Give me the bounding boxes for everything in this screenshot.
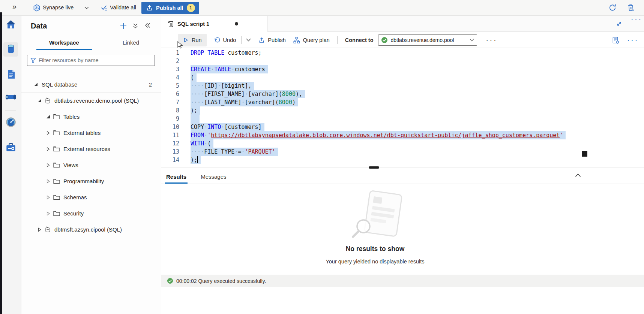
nav-home-icon[interactable] — [5, 18, 17, 30]
code-line[interactable]: 2 — [161, 57, 644, 65]
code-line[interactable]: 14); — [161, 156, 644, 164]
nav-monitor-icon[interactable] — [5, 116, 17, 128]
nav-develop-icon[interactable] — [5, 68, 17, 80]
environment-chevron-down-icon[interactable] — [84, 6, 89, 9]
folder-icon — [53, 162, 60, 168]
expanded-triangle-icon[interactable] — [45, 115, 51, 119]
collapsed-triangle-icon[interactable] — [45, 211, 51, 216]
resource-tree: SQL database 2 dbtlabs.revenue.demo.pool… — [21, 76, 161, 238]
panel-title: Data — [31, 22, 47, 30]
add-resource-icon[interactable] — [120, 22, 127, 30]
properties-icon[interactable] — [612, 36, 620, 44]
folder-icon — [53, 178, 60, 184]
empty-results-subtitle: Your query yielded no displayable result… — [161, 259, 589, 265]
folder-icon — [53, 211, 60, 216]
expanded-triangle-icon[interactable] — [33, 82, 38, 87]
tabstrip-background — [267, 16, 644, 32]
unsaved-changes-dot — [235, 22, 238, 25]
code-line[interactable]: 13····FILE_TYPE·=·'PARQUET' — [161, 148, 644, 156]
code-line[interactable]: 3CREATE·TABLE·customers — [161, 65, 644, 73]
tab-workspace[interactable]: Workspace — [36, 37, 92, 50]
rail-divider — [5, 111, 16, 111]
toolbar-more-icon[interactable]: ··· — [486, 38, 498, 42]
query-status-bar: 00:00:02 Query executed successfully. — [161, 275, 644, 287]
tree-item-programmability[interactable]: Programmability — [21, 173, 161, 189]
results-header: Results Messages — [161, 168, 644, 184]
publish-all-label: Publish all — [156, 5, 183, 11]
tab-messages[interactable]: Messages — [200, 173, 227, 184]
code-line[interactable]: 6····[FIRST_NAME]·[varchar](8000), — [161, 90, 644, 98]
refresh-icon[interactable] — [608, 3, 617, 12]
code-line[interactable]: 5····[ID]·[bigint], — [161, 82, 644, 90]
double-chevron-down-icon[interactable] — [132, 23, 138, 29]
undo-button[interactable]: Undo — [213, 37, 236, 43]
tree-item-external-tables[interactable]: External tables — [21, 125, 161, 141]
collapsed-triangle-icon[interactable] — [45, 195, 51, 200]
toolbar-right-more-icon[interactable]: ··· — [627, 38, 639, 42]
nav-integrate-icon[interactable] — [5, 91, 17, 103]
tree-item-schemas[interactable]: Schemas — [21, 189, 161, 205]
toolbar-separator — [241, 36, 242, 44]
expand-panel-chevrons-icon[interactable]: » — [12, 2, 17, 11]
nav-data-icon[interactable] — [5, 43, 17, 55]
code-line[interactable]: 7····[LAST_NAME]·[varchar](8000) — [161, 98, 644, 106]
sql-pool-database-icon — [45, 226, 51, 233]
code-line[interactable]: 11FROM·'https://dbtlabsynapsedatalake.bl… — [161, 131, 644, 139]
folder-icon — [53, 194, 60, 200]
run-options-chevron-icon[interactable] — [246, 38, 251, 42]
editor-workspace: SQL script 1 ··· Run Undo Publish Query … — [161, 16, 644, 314]
tabstrip-more-icon[interactable]: ··· — [631, 17, 642, 21]
data-explorer-panel: Data Workspace Linked SQL database 2 dbt… — [21, 16, 161, 314]
connect-to-label: Connect to — [345, 37, 374, 43]
navigation-rail — [0, 16, 21, 314]
collapsed-triangle-icon[interactable] — [45, 147, 51, 151]
dropdown-chevron-icon — [470, 39, 474, 42]
code-editor[interactable]: 1DROP TABLE customers;23CREATE·TABLE·cus… — [161, 48, 644, 167]
tab-sql-script-1[interactable]: SQL script 1 — [161, 16, 267, 32]
code-line[interactable]: 8); — [161, 106, 644, 115]
query-plan-icon — [293, 37, 300, 43]
nav-manage-icon[interactable] — [5, 141, 17, 153]
collapsed-triangle-icon[interactable] — [45, 163, 51, 167]
selected-pool: dbtlabs.revenue.demo.pool — [391, 37, 454, 43]
code-line[interactable]: 12WITH·( — [161, 139, 644, 148]
filter-input[interactable] — [39, 57, 152, 63]
tab-results[interactable]: Results — [165, 173, 188, 184]
tree-item-sql-database[interactable]: SQL database 2 — [21, 76, 161, 93]
tree-item-dbtlabs-pool[interactable]: dbtlabs.revenue.demo.pool (SQL) — [21, 93, 161, 109]
query-plan-button[interactable]: Query plan — [293, 37, 330, 43]
expand-editor-icon[interactable] — [616, 21, 622, 27]
publish-all-button[interactable]: Publish all 1 — [141, 2, 199, 14]
publish-button[interactable]: Publish — [258, 37, 286, 43]
validate-all-button[interactable]: Validate all — [110, 4, 136, 10]
collapsed-triangle-icon[interactable] — [37, 227, 42, 232]
expanded-triangle-icon[interactable] — [37, 99, 42, 103]
status-message: 00:00:02 Query executed successfully. — [176, 278, 266, 284]
document-tabstrip: SQL script 1 ··· — [161, 16, 644, 32]
folder-icon — [53, 130, 60, 136]
tab-linked[interactable]: Linked — [103, 37, 159, 50]
code-line[interactable]: 10COPY·INTO·[customers] — [161, 123, 644, 131]
discard-trash-icon[interactable] — [627, 3, 635, 12]
publish-icon — [258, 37, 265, 43]
database-count: 2 — [149, 81, 161, 88]
code-line[interactable]: 9 — [161, 115, 644, 123]
tree-item-security[interactable]: Security — [21, 205, 161, 221]
collapse-panel-icon[interactable] — [144, 22, 151, 28]
environment-selector-label[interactable]: Synapse live — [43, 4, 74, 10]
tree-item-views[interactable]: Views — [21, 157, 161, 173]
connect-to-dropdown[interactable]: dbtlabs.revenue.demo.pool — [378, 34, 477, 46]
tree-item-external-resources[interactable]: External resources — [21, 141, 161, 157]
connected-check-icon — [381, 37, 388, 43]
tree-item-dbtmsft-pool[interactable]: dbtmsft.azsyn.cipool (SQL) — [21, 221, 161, 238]
collapse-results-chevron-icon[interactable] — [575, 173, 581, 177]
code-line[interactable]: 1DROP TABLE customers; — [161, 49, 644, 57]
folder-icon — [53, 114, 60, 120]
code-lines: 1DROP TABLE customers;23CREATE·TABLE·cus… — [161, 49, 644, 164]
collapsed-triangle-icon[interactable] — [45, 131, 51, 135]
mouse-cursor — [176, 41, 183, 49]
tree-item-tables[interactable]: Tables — [21, 109, 161, 125]
data-panel-tabs: Workspace Linked — [21, 37, 161, 50]
collapsed-triangle-icon[interactable] — [45, 179, 51, 184]
code-line[interactable]: 4( — [161, 73, 644, 82]
